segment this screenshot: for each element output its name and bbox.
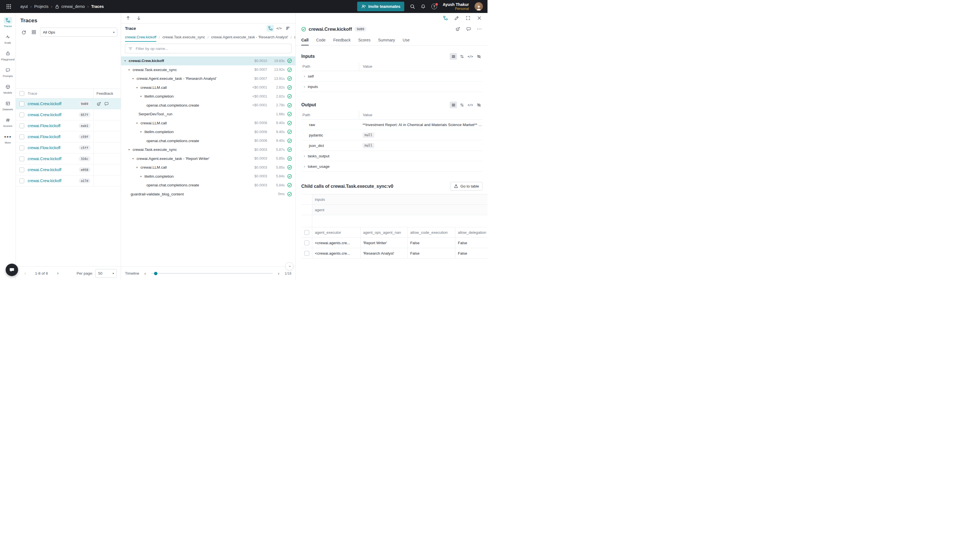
chevron-right-icon[interactable]: › [302, 154, 306, 158]
chevron-down-icon[interactable]: ▾ [136, 166, 140, 169]
row-checkbox[interactable] [20, 123, 24, 128]
trace-list-row[interactable]: crewai.Flow.kickoffc5ff [16, 142, 121, 153]
timeline-slider[interactable] [151, 273, 273, 274]
tab-code[interactable]: Code [316, 35, 326, 45]
row-checkbox[interactable] [20, 178, 24, 183]
flame-graph-view-button[interactable] [284, 25, 291, 32]
trace-list-row[interactable]: crewai.Flow.kickoffeab1 [16, 120, 121, 132]
output-row-tasks-output[interactable]: ›tasks_output [301, 151, 482, 161]
sidebar-item-prompts[interactable]: Prompts [0, 67, 15, 78]
output-row-pydantic[interactable]: pydantic null [301, 130, 482, 140]
chevron-down-icon[interactable]: ▾ [140, 175, 144, 178]
hide-values-button[interactable] [475, 53, 482, 60]
sidebar-item-traces[interactable]: Traces [0, 17, 15, 28]
expand-values-button[interactable] [458, 102, 466, 108]
column-settings-button[interactable] [30, 28, 38, 36]
input-row-self[interactable]: ›self [301, 71, 482, 82]
tree-row[interactable]: openai.chat.completions.create $0.00035.… [121, 181, 296, 190]
row-checkbox[interactable] [20, 113, 24, 117]
tree-layout-button[interactable] [443, 15, 448, 21]
trace-list-row[interactable]: crewai.Flow.kickoffc59f [16, 132, 121, 142]
tree-row[interactable]: ▾ litellm.completion $0.00035.84s [121, 172, 296, 181]
tree-view-button[interactable] [267, 25, 274, 32]
tree-row[interactable]: ▾ crewai.Agent.execute_task - 'Research … [121, 74, 296, 83]
refresh-button[interactable] [20, 28, 28, 36]
path-segment[interactable]: crewai.Crew.kickoff [125, 33, 156, 42]
column-header[interactable]: agent_ops_agent_nan [360, 227, 407, 237]
timeline-slider-knob[interactable] [154, 272, 157, 275]
next-trace-button[interactable] [136, 15, 141, 21]
avatar[interactable] [474, 2, 483, 11]
prev-page-button[interactable]: ‹ [22, 270, 29, 276]
output-row-json-dict[interactable]: json_dict null [301, 140, 482, 151]
row-checkbox[interactable] [304, 240, 309, 245]
ops-filter-dropdown[interactable]: All Ops ▾ [40, 28, 117, 37]
child-call-row[interactable]: <crewai.agents.cre... 'Research Analyst'… [301, 248, 488, 258]
tree-row[interactable]: ▾ crewai.Task.execute_sync $0.00035.87s [121, 145, 296, 154]
breadcrumb-entity[interactable]: ayut [20, 4, 28, 9]
code-view-button[interactable]: </> [467, 102, 474, 108]
output-row-token-usage[interactable]: ›token_usage [301, 161, 482, 172]
tree-row[interactable]: guardrail-validate_blog_content 0ms [121, 190, 296, 199]
close-button[interactable] [477, 15, 482, 21]
list-view-button[interactable] [450, 53, 457, 60]
tree-row[interactable]: ▾ crewai.Task.execute_sync $0.000713.92s [121, 65, 296, 75]
column-header[interactable]: allow_delegation [455, 227, 488, 237]
trace-list-row[interactable]: crewai.Crew.kickoffa17d [16, 175, 121, 187]
timeline-prev-button[interactable]: ‹ [143, 271, 148, 276]
select-all-checkbox[interactable] [304, 230, 309, 235]
comment-icon[interactable] [104, 102, 109, 106]
tab-call[interactable]: Call [301, 35, 309, 45]
tab-scores[interactable]: Scores [358, 35, 371, 45]
user-menu[interactable]: Ayush Thakur Personal [442, 2, 469, 11]
hide-values-button[interactable] [475, 102, 482, 108]
select-all-checkbox[interactable] [20, 91, 24, 96]
previous-trace-button[interactable] [125, 15, 130, 21]
trace-list-row[interactable]: crewai.Crew.kickoffe058 [16, 164, 121, 175]
collapse-timeline-button[interactable]: › [285, 262, 294, 270]
wandb-logo-icon[interactable] [5, 2, 13, 11]
intercom-chat-button[interactable] [6, 263, 18, 276]
help-icon[interactable]: ? [431, 4, 437, 9]
comment-icon[interactable] [466, 27, 471, 32]
code-view-button[interactable]: </> [467, 53, 474, 60]
output-row-raw[interactable]: raw **Investment Report: AI in Chemical … [301, 120, 482, 130]
trace-list-row[interactable]: crewai.Crew.kickoff316c [16, 153, 121, 164]
chevron-right-icon[interactable]: › [302, 74, 306, 78]
chevron-down-icon[interactable]: ▾ [136, 86, 140, 89]
tree-row[interactable]: SerperDevTool._run 1.66s [121, 110, 296, 119]
tree-row[interactable]: ▾ crewai.Agent.execute_task - 'Report Wr… [121, 154, 296, 163]
chevron-down-icon[interactable]: ▾ [129, 148, 133, 151]
tree-row[interactable]: openai.chat.completions.create <$0.00012… [121, 101, 296, 110]
chevron-down-icon[interactable]: ▾ [132, 77, 137, 80]
row-checkbox[interactable] [20, 135, 24, 139]
chevron-down-icon[interactable]: ▾ [124, 59, 129, 62]
trace-column-header[interactable]: Trace [28, 89, 93, 98]
sidebar-item-scorers[interactable]: Scorers [0, 117, 15, 127]
sidebar-item-evals[interactable]: Evals [0, 33, 15, 44]
sidebar-item-playground[interactable]: Playground [0, 50, 15, 61]
op-name-filter-input[interactable] [135, 46, 288, 51]
tab-summary[interactable]: Summary [378, 35, 395, 45]
edit-pencil-button[interactable] [454, 15, 459, 21]
chevron-down-icon[interactable]: ▾ [136, 122, 140, 125]
row-checkbox[interactable] [304, 251, 309, 256]
notifications-bell-icon[interactable] [421, 4, 426, 9]
tree-row[interactable]: ▾ crewai.LLM.call $0.00035.85s [121, 163, 296, 172]
row-checkbox[interactable] [20, 145, 24, 150]
path-segment[interactable]: crewai.Agent.execute_task - 'Research An… [211, 33, 288, 42]
overflow-menu-icon[interactable]: ⋯ [477, 28, 482, 30]
input-row-inputs[interactable]: ›inputs [301, 82, 482, 92]
row-checkbox[interactable] [20, 157, 24, 161]
per-page-dropdown[interactable]: 50▾ [95, 269, 117, 278]
next-page-button[interactable]: › [54, 270, 62, 276]
tree-row[interactable]: ▾ crewai.LLM.call $0.00069.40s [121, 119, 296, 128]
row-checkbox[interactable] [20, 102, 24, 106]
list-view-button[interactable] [450, 102, 457, 108]
sidebar-item-datasets[interactable]: Datasets [0, 100, 15, 111]
invite-teammates-button[interactable]: Invite teammates [357, 2, 404, 11]
fullscreen-button[interactable] [466, 15, 471, 21]
go-to-table-button[interactable]: Go to table [450, 182, 482, 191]
column-header[interactable]: agent_executor [312, 227, 360, 237]
tab-feedback[interactable]: Feedback [333, 35, 351, 45]
